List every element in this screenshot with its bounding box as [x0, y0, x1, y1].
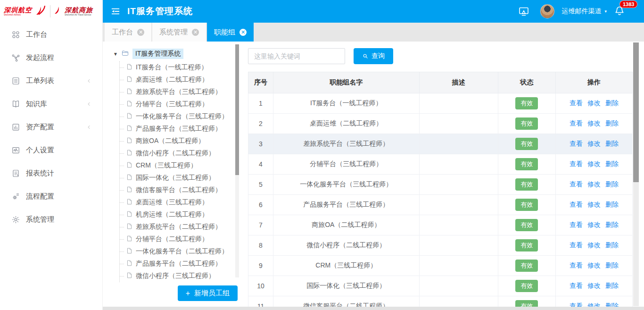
edit-link[interactable]: 修改 — [587, 140, 601, 147]
search-icon — [362, 53, 369, 59]
view-link[interactable]: 查看 — [570, 201, 583, 208]
view-link[interactable]: 查看 — [570, 99, 583, 107]
view-link[interactable]: 查看 — [570, 261, 583, 269]
page-scrollbar[interactable] — [633, 42, 639, 306]
logo-divider — [50, 5, 50, 17]
sidebar-item[interactable]: 工单列表 — [0, 69, 102, 92]
edit-link[interactable]: 修改 — [587, 201, 601, 208]
view-link[interactable]: 查看 — [570, 119, 583, 127]
delete-link[interactable]: 删除 — [605, 282, 619, 289]
tab-label: 工作台 — [112, 28, 133, 37]
sidebar-item[interactable]: 系统管理 — [0, 208, 102, 231]
tree-item[interactable]: 差旅系统平台（三线工程师） — [120, 86, 240, 98]
edit-link[interactable]: 修改 — [587, 221, 601, 228]
sidebar-item[interactable]: 报表统计 — [0, 162, 102, 185]
view-link[interactable]: 查看 — [570, 140, 583, 147]
tree-item[interactable]: 分辅平台（二线工程师） — [120, 233, 240, 245]
page-scrollbar-thumb[interactable] — [633, 42, 639, 182]
tab-close-icon[interactable]: ✕ — [239, 29, 247, 36]
tab[interactable]: 工作台 ✕ — [105, 23, 151, 42]
delete-link[interactable]: 删除 — [605, 221, 619, 228]
chevron-left-icon — [86, 78, 92, 84]
edit-link[interactable]: 修改 — [587, 261, 601, 269]
horizontal-scrollbar[interactable] — [103, 307, 644, 310]
document-icon — [126, 137, 133, 145]
tab-close-icon[interactable]: ✕ — [192, 29, 199, 36]
tab[interactable]: 系统管理 ✕ — [152, 23, 206, 42]
sidebar-item[interactable]: 发起流程 — [0, 46, 102, 69]
tab-close-icon[interactable]: ✕ — [137, 29, 144, 36]
avatar[interactable] — [540, 4, 554, 18]
tree-item[interactable]: 产品服务平台（三线工程师） — [120, 123, 240, 135]
delete-link[interactable]: 删除 — [605, 119, 619, 127]
tree-item[interactable]: 机房运维（二线工程师） — [120, 209, 240, 221]
tab[interactable]: 职能组 ✕ — [207, 23, 254, 42]
tree-item[interactable]: 差旅系统平台（二线工程师） — [120, 221, 240, 233]
sidebar-item[interactable]: 工作台 — [0, 23, 102, 46]
tree-item[interactable]: 一体化服务平台（二线工程师） — [120, 245, 240, 258]
tree-item[interactable]: 产品服务平台（二线工程师） — [120, 258, 240, 270]
delete-link[interactable]: 删除 — [605, 201, 619, 208]
sidebar-item[interactable]: 流程配置 — [0, 185, 102, 208]
tree-scrollbar[interactable] — [235, 44, 239, 277]
sidebar: 深圳航空 Shenzhen Airlines 深航商旅 Shenzhen Air… — [0, 0, 103, 310]
view-link[interactable]: 查看 — [570, 241, 583, 249]
tree-item[interactable]: 微信客服平台（二线工程师） — [120, 184, 240, 196]
edit-link[interactable]: 修改 — [587, 119, 601, 127]
screen-share-icon[interactable] — [518, 6, 529, 17]
notification-bell[interactable]: 1383 — [614, 5, 625, 17]
tree-item-label: 机房运维（二线工程师） — [136, 210, 208, 219]
view-link[interactable]: 查看 — [570, 180, 583, 188]
edit-link[interactable]: 修改 — [587, 282, 601, 289]
sidebar-item-label: 工作台 — [26, 30, 47, 39]
cell-name: IT服务台（一线工程师） — [273, 93, 419, 114]
delete-link[interactable]: 删除 — [605, 99, 619, 107]
delete-link[interactable]: 删除 — [605, 140, 619, 147]
tree-root-node[interactable]: ▼ IT服务管理系统 — [113, 49, 240, 59]
collapse-menu-icon[interactable] — [110, 6, 121, 17]
delete-link[interactable]: 删除 — [605, 261, 619, 269]
user-menu[interactable]: 运维邮件渠道 — [561, 7, 601, 16]
tree-item[interactable]: CRM（三线工程师） — [120, 159, 240, 172]
tree-root-label[interactable]: IT服务管理系统 — [132, 49, 183, 59]
tree-item[interactable]: 桌面运维（三线工程师） — [120, 196, 240, 209]
tree-item[interactable]: 微信小程序（三线工程师） — [120, 270, 240, 282]
tree-item[interactable]: 微信小程序（二线工程师） — [120, 147, 240, 159]
tree-item[interactable]: 商旅OA（二线工程师） — [120, 135, 240, 147]
search-button[interactable]: 查询 — [354, 48, 393, 64]
tree-scrollbar-thumb[interactable] — [235, 44, 239, 175]
edit-link[interactable]: 修改 — [587, 241, 601, 249]
view-link[interactable]: 查看 — [570, 221, 583, 228]
edit-link[interactable]: 修改 — [587, 99, 601, 107]
delete-link[interactable]: 删除 — [605, 302, 619, 307]
tree-item-label: 微信小程序（二线工程师） — [136, 149, 215, 158]
caret-down-icon[interactable]: ▼ — [113, 51, 118, 57]
tree-item[interactable]: 桌面运维（二线工程师） — [120, 74, 240, 86]
tree-item[interactable]: 国际一体化（三线工程师） — [120, 172, 240, 184]
edit-link[interactable]: 修改 — [587, 302, 601, 307]
view-link[interactable]: 查看 — [570, 282, 583, 289]
view-link[interactable]: 查看 — [570, 302, 583, 307]
tree-item[interactable]: IT服务台（一线工程师） — [120, 61, 240, 74]
status-badge: 有效 — [515, 158, 538, 170]
keyword-search-input[interactable] — [248, 48, 345, 64]
sidebar-item[interactable]: 知识库 — [0, 92, 102, 116]
add-staff-group-button[interactable]: + 新增员工组 — [178, 285, 238, 301]
tree-item-label: 差旅系统平台（三线工程师） — [136, 88, 222, 96]
status-badge: 有效 — [515, 117, 538, 130]
tree-item[interactable]: 分辅平台（三线工程师） — [120, 98, 240, 110]
view-link[interactable]: 查看 — [570, 160, 583, 168]
delete-link[interactable]: 删除 — [605, 180, 619, 188]
cell-no: 5 — [248, 175, 273, 195]
col-header-status: 状态 — [498, 72, 555, 93]
cell-name: 商旅OA（二线工程师） — [273, 215, 419, 235]
delete-link[interactable]: 删除 — [605, 241, 619, 249]
sidebar-item[interactable]: 个人设置 — [0, 139, 102, 162]
edit-link[interactable]: 修改 — [587, 180, 601, 188]
sidebar-item[interactable]: 资产配置 — [0, 116, 102, 139]
tree-item[interactable]: 一体化服务平台（三线工程师） — [120, 110, 240, 123]
cell-desc — [419, 256, 498, 276]
delete-link[interactable]: 删除 — [605, 160, 619, 168]
edit-link[interactable]: 修改 — [587, 160, 601, 168]
workbench-icon — [11, 30, 20, 39]
